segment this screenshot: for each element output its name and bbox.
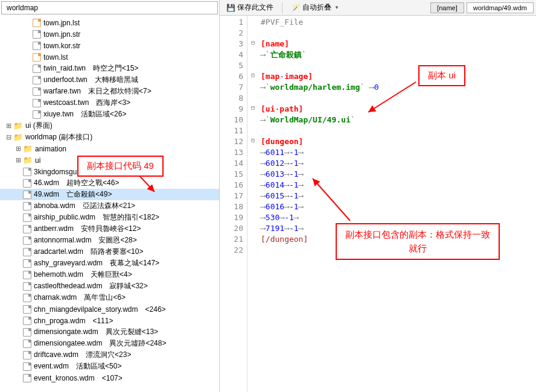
tree-row[interactable]: ashy_graveyard.wdm夜幕之城<147> bbox=[0, 258, 219, 269]
file-icon bbox=[23, 225, 31, 233]
file-icon bbox=[23, 213, 31, 222]
tree-row[interactable]: behemoth.wdm天帷巨獸<4> bbox=[0, 269, 219, 280]
tree-row[interactable]: charnak.wdm萬年雪山<6> bbox=[0, 292, 219, 303]
code-line[interactable]: [map·image] bbox=[261, 71, 534, 82]
tree-header[interactable]: worldmap bbox=[1, 1, 218, 14]
tree-row[interactable]: dimensiongate.wdm異次元裂縫<13> bbox=[0, 326, 219, 338]
tree-label: warfare.twn末日之都坎特濶<7> bbox=[43, 86, 152, 96]
file-icon bbox=[23, 340, 31, 348]
code-line[interactable]: [ui·path] bbox=[261, 104, 534, 115]
tree-row[interactable]: town.lst bbox=[0, 51, 219, 63]
code-line[interactable]: [/dungeon] bbox=[261, 234, 534, 245]
fold-empty bbox=[247, 48, 258, 59]
code-line[interactable]: ⟶7191⟶-1⟶ bbox=[261, 223, 534, 234]
tree-row[interactable]: driftcave.wdm漂流洞穴<23> bbox=[0, 349, 219, 361]
line-number: 15 bbox=[221, 169, 243, 180]
line-number: 13 bbox=[221, 147, 243, 158]
code-line[interactable]: [dungeon] bbox=[261, 136, 534, 147]
code-line[interactable]: ⟶`worldmap/harlem.img` ⟶0 bbox=[261, 82, 534, 93]
chevron-down-icon: ▼ bbox=[334, 5, 339, 10]
tree-row[interactable]: event_kronos.wdm<107> bbox=[0, 372, 219, 384]
editor-toolbar: 保存此文件 自动折叠 ▼ [name] worldmap/49.wdm bbox=[220, 0, 536, 16]
tree-row[interactable]: 49.wdm亡命殺鎮<49> bbox=[0, 189, 219, 200]
tree-row[interactable]: ui bbox=[0, 154, 219, 166]
tree-row[interactable]: 46.wdm超時空之戰<46> bbox=[0, 177, 219, 189]
fold-toggle-icon[interactable]: ⊟ bbox=[247, 135, 258, 146]
expand-icon[interactable] bbox=[14, 157, 22, 164]
save-icon bbox=[226, 3, 235, 13]
file-icon bbox=[33, 110, 41, 119]
tree-row[interactable]: town.kor.str bbox=[0, 40, 219, 51]
fold-empty bbox=[247, 113, 258, 124]
file-icon bbox=[33, 30, 41, 39]
code-line[interactable]: ⟶6014⟶-1⟶ bbox=[261, 180, 534, 191]
fold-toggle-icon[interactable]: ⊟ bbox=[247, 37, 258, 48]
line-number: 7 bbox=[221, 82, 243, 93]
code-line[interactable]: ⟶`亡命殺鎮` bbox=[261, 49, 534, 60]
tree-row[interactable]: underfoot.twn大轉移暗黑城 bbox=[0, 74, 219, 86]
fold-gutter[interactable]: ⊟⊟⊟⊟ bbox=[247, 16, 258, 392]
file-tree[interactable]: town.jpn.lsttown.jpn.strtown.kor.strtown… bbox=[0, 16, 219, 392]
code-line[interactable]: ⟶6012⟶-1⟶ bbox=[261, 158, 534, 169]
code-line[interactable]: ⟶6016⟶-1⟶ bbox=[261, 201, 534, 212]
file-icon bbox=[23, 305, 31, 314]
file-icon bbox=[23, 374, 31, 382]
code-line[interactable]: ⟶6011⟶-1⟶ bbox=[261, 147, 534, 158]
file-icon bbox=[33, 87, 41, 96]
tree-row[interactable]: 3kingdomsguild.wdm<109> bbox=[0, 166, 219, 177]
tree-row[interactable]: ui (界面) bbox=[0, 120, 219, 131]
tree-label: ui bbox=[35, 156, 40, 165]
tree-row[interactable]: worldmap (副本接口) bbox=[0, 131, 219, 143]
code-line[interactable] bbox=[261, 245, 534, 256]
save-button[interactable]: 保存此文件 bbox=[222, 1, 277, 14]
wand-icon bbox=[291, 3, 301, 13]
code-line[interactable]: ⟶6013⟶-1⟶ bbox=[261, 169, 534, 180]
tab-name[interactable]: [name] bbox=[430, 2, 464, 13]
autowrap-button[interactable]: 自动折叠 ▼ bbox=[287, 1, 343, 14]
tab-file[interactable]: worldmap/49.wdm bbox=[467, 2, 534, 13]
code-line[interactable]: #PVF_File bbox=[261, 17, 534, 28]
fold-toggle-icon[interactable]: ⊟ bbox=[247, 103, 258, 113]
fold-empty bbox=[247, 27, 258, 37]
tree-row[interactable]: xiuye.twn活動區域<26> bbox=[0, 109, 219, 120]
tree-row[interactable]: antberr.wdm安特貝魯峽谷<12> bbox=[0, 223, 219, 235]
code-area[interactable]: #PVF_File[name]⟶`亡命殺鎮`[map·image]⟶`world… bbox=[258, 16, 536, 392]
code-line[interactable] bbox=[261, 125, 534, 136]
tree-row[interactable]: antonnormal.wdm安圖恩<28> bbox=[0, 235, 219, 246]
expand-icon[interactable] bbox=[14, 145, 22, 153]
code-line[interactable]: [name] bbox=[261, 39, 534, 49]
tree-row[interactable]: event.wdm活動區域<50> bbox=[0, 361, 219, 372]
tree-label: behemoth.wdm天帷巨獸<4> bbox=[34, 270, 132, 280]
code-line[interactable]: ⟶6015⟶-1⟶ bbox=[261, 191, 534, 201]
tree-row[interactable]: aradcartel.wdm陌路者要塞<10> bbox=[0, 246, 219, 258]
fold-empty bbox=[247, 211, 258, 222]
code-line[interactable] bbox=[261, 60, 534, 71]
tree-row[interactable]: abnoba.wdm亞諾法森林<21> bbox=[0, 200, 219, 212]
tree-row[interactable]: town.jpn.str bbox=[0, 28, 219, 40]
tree-row[interactable]: airship_public.wdm智慧的指引<182> bbox=[0, 212, 219, 223]
line-number: 11 bbox=[221, 125, 243, 136]
tree-row[interactable]: twin_raid.twn時空之門<15> bbox=[0, 63, 219, 74]
expand-icon[interactable] bbox=[5, 122, 12, 130]
collapse-icon[interactable] bbox=[5, 134, 12, 141]
code-line[interactable] bbox=[261, 93, 534, 104]
tree-label: aradcartel.wdm陌路者要塞<10> bbox=[34, 247, 143, 257]
tree-row[interactable]: warfare.twn末日之都坎特濶<7> bbox=[0, 86, 219, 97]
code-line[interactable]: ⟶530⟶-1⟶ bbox=[261, 212, 534, 223]
tree-row[interactable]: westcoast.twn西海岸<3> bbox=[0, 97, 219, 109]
code-editor[interactable]: 12345678910111213141516171819202122 ⊟⊟⊟⊟… bbox=[220, 16, 536, 392]
tree-row[interactable]: dimensiongatee.wdm異次元墟跡<248> bbox=[0, 338, 219, 349]
tree-label: chn_miangdevilpalce_story.wdm<246> bbox=[34, 305, 166, 314]
file-icon bbox=[23, 351, 31, 359]
tree-row[interactable]: castleofthedead.wdm寂靜城<32> bbox=[0, 280, 219, 292]
folder-icon bbox=[13, 133, 23, 142]
line-number: 2 bbox=[221, 28, 243, 39]
code-line[interactable]: ⟶`WorldMap/UI/49.ui` bbox=[261, 115, 534, 125]
tree-row[interactable]: animation bbox=[0, 143, 219, 154]
tree-row[interactable]: chn_proga.wdm<111> bbox=[0, 315, 219, 326]
tree-row[interactable]: town.jpn.lst bbox=[0, 17, 219, 28]
fold-empty bbox=[247, 222, 258, 233]
tree-row[interactable]: chn_miangdevilpalce_story.wdm<246> bbox=[0, 303, 219, 315]
fold-toggle-icon[interactable]: ⊟ bbox=[247, 70, 258, 81]
code-line[interactable] bbox=[261, 28, 534, 39]
